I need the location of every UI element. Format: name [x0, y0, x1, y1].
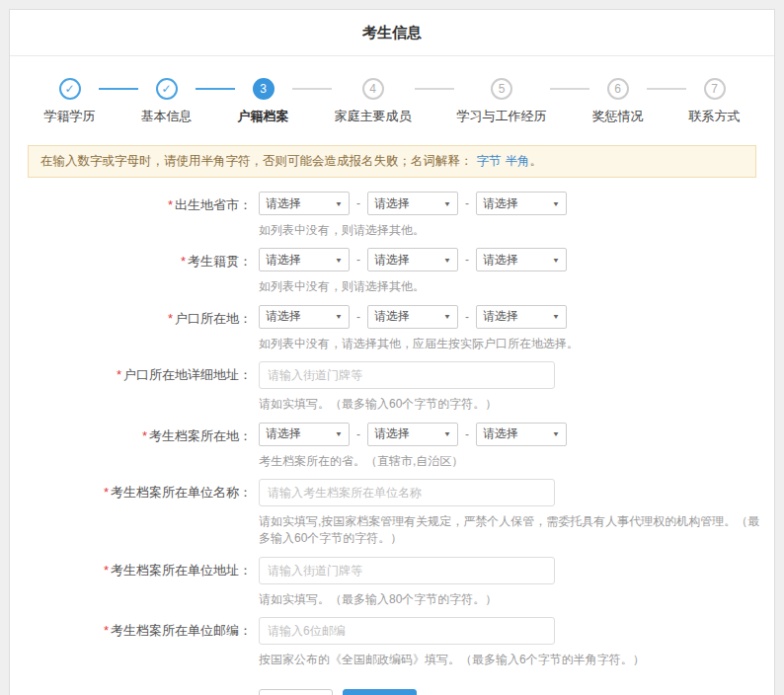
required-asterisk: * [104, 563, 109, 578]
chevron-down-icon: ▼ [443, 313, 451, 321]
chevron-down-icon: ▼ [443, 430, 451, 438]
required-asterisk: * [104, 623, 109, 638]
field-label: *考生档案所在单位地址： [10, 557, 252, 608]
step-number: 4 [362, 78, 384, 100]
form-row-hukou-location: *户口所在地： 请选择▼ - 请选择▼ - 请选择▼ 如列表中没有，请选择其他，… [10, 305, 774, 352]
native-district-select[interactable]: 请选择▼ [476, 248, 567, 271]
chevron-down-icon: ▼ [335, 199, 343, 207]
step-item-jiben[interactable]: ✓ 基本信息 [141, 78, 193, 125]
step-connector [647, 88, 686, 90]
step-connector [196, 88, 235, 90]
check-icon: ✓ [156, 78, 178, 100]
field-help: 考生档案所在的省。（直辖市,自治区） [259, 453, 760, 470]
separator-dash: - [465, 253, 469, 267]
separator-dash: - [356, 427, 360, 441]
form-row-hukou-address: *户口所在地详细地址： 请如实填写。（最多输入60个字节的字符。） [10, 361, 774, 413]
field-label: *考生籍贯： [10, 248, 252, 295]
hukou-province-select[interactable]: 请选择▼ [259, 305, 350, 329]
form-row-archive-unit-name: *考生档案所在单位名称： 请如实填写,按国家档案管理有关规定，严禁个人保管，需委… [10, 479, 774, 548]
form-row-archive-unit-address: *考生档案所在单位地址： 请如实填写。（最多输入80个字节的字符。） [10, 557, 774, 608]
step-label: 基本信息 [141, 108, 193, 125]
step-label: 奖惩情况 [592, 108, 644, 125]
separator-dash: - [356, 310, 360, 324]
archive-unit-zipcode-input[interactable] [259, 617, 555, 645]
step-item-huji[interactable]: 3 户籍档案 [238, 78, 289, 125]
native-city-select[interactable]: 请选择▼ [367, 248, 458, 271]
notice-suffix: 。 [530, 154, 543, 168]
archive-city-select[interactable]: 请选择▼ [367, 423, 458, 446]
link-halfwidth[interactable]: 半角 [506, 154, 530, 168]
step-item-lianxi[interactable]: 7 联系方式 [689, 78, 741, 125]
step-connector [292, 88, 332, 90]
hukou-city-select[interactable]: 请选择▼ [367, 305, 458, 329]
field-label: *户口所在地： [10, 305, 252, 352]
field-label: *户口所在地详细地址： [10, 361, 252, 413]
chevron-down-icon: ▼ [552, 256, 560, 264]
chevron-down-icon: ▼ [552, 199, 560, 207]
field-label: *考生档案所在单位邮编： [10, 617, 252, 668]
chevron-down-icon: ▼ [335, 256, 343, 264]
step-connector [415, 88, 454, 90]
form-row-archive-location: *考生档案所在地： 请选择▼ - 请选择▼ - 请选择▼ 考生档案所在的省。（直… [10, 423, 774, 470]
separator-dash: - [465, 310, 469, 324]
chevron-down-icon: ▼ [443, 256, 451, 264]
field-label: *考生档案所在单位名称： [10, 479, 252, 548]
step-label: 户籍档案 [238, 108, 289, 125]
notice-text: 在输入数字或字母时，请使用半角字符，否则可能会造成报名失败；名词解释： [40, 154, 473, 168]
step-item-xueji[interactable]: ✓ 学籍学历 [44, 78, 96, 125]
separator-dash: - [465, 427, 469, 441]
step-indicator: ✓ 学籍学历 ✓ 基本信息 3 户籍档案 4 家庭主要成员 5 学习与工作经历 … [10, 56, 774, 129]
field-help: 按国家公布的《全国邮政编码》填写。（最多输入6个字节的半角字符。） [259, 652, 760, 668]
prev-step-button[interactable]: 上一步 [259, 689, 333, 695]
candidate-form: *出生地省市： 请选择▼ - 请选择▼ - 请选择▼ 如列表中没有，则请选择其他… [10, 192, 774, 695]
step-number: 7 [704, 78, 726, 100]
separator-dash: - [356, 253, 360, 267]
next-step-button[interactable]: 下一步 [343, 689, 417, 695]
candidate-info-panel: 考生信息 ✓ 学籍学历 ✓ 基本信息 3 户籍档案 4 家庭主要成员 5 学习与… [9, 9, 775, 695]
page-title: 考生信息 [10, 10, 774, 56]
field-help: 如列表中没有，则请选择其他。 [259, 222, 760, 239]
archive-province-select[interactable]: 请选择▼ [259, 423, 350, 446]
step-label: 联系方式 [689, 108, 741, 125]
step-connector [99, 88, 138, 90]
step-number: 5 [491, 78, 512, 100]
form-row-archive-unit-zipcode: *考生档案所在单位邮编： 按国家公布的《全国邮政编码》填写。（最多输入6个字节的… [10, 617, 774, 668]
step-item-jiangcheng[interactable]: 6 奖惩情况 [592, 78, 644, 125]
link-byte[interactable]: 字节 [477, 154, 502, 168]
birthplace-province-select[interactable]: 请选择▼ [259, 192, 350, 215]
step-item-jingli[interactable]: 5 学习与工作经历 [457, 78, 547, 125]
form-actions: 上一步 下一步 [259, 689, 774, 695]
step-label: 学习与工作经历 [457, 108, 547, 125]
step-number: 3 [253, 78, 274, 100]
step-item-jiating[interactable]: 4 家庭主要成员 [335, 78, 412, 125]
archive-unit-name-input[interactable] [259, 479, 555, 506]
required-asterisk: * [168, 197, 173, 212]
step-connector [550, 88, 589, 90]
field-label: *考生档案所在地： [10, 423, 252, 470]
field-help: 如列表中没有，则请选择其他。 [259, 278, 760, 295]
required-asterisk: * [117, 367, 121, 382]
field-help: 请如实填写。（最多输入60个字节的字符。） [259, 396, 760, 413]
chevron-down-icon: ▼ [443, 199, 451, 207]
required-asterisk: * [142, 428, 147, 443]
hukou-district-select[interactable]: 请选择▼ [476, 305, 567, 329]
field-help: 请如实填写。（最多输入80个字节的字符。） [259, 591, 760, 608]
required-asterisk: * [168, 311, 173, 326]
check-icon: ✓ [59, 78, 81, 100]
archive-district-select[interactable]: 请选择▼ [476, 423, 567, 446]
chevron-down-icon: ▼ [552, 430, 560, 438]
notice-bar: 在输入数字或字母时，请使用半角字符，否则可能会造成报名失败；名词解释：字节半角。 [28, 145, 756, 178]
birthplace-district-select[interactable]: 请选择▼ [476, 192, 567, 215]
hukou-address-input[interactable] [259, 361, 555, 389]
step-label: 家庭主要成员 [335, 108, 412, 125]
required-asterisk: * [181, 254, 186, 269]
archive-unit-address-input[interactable] [259, 557, 555, 584]
birthplace-city-select[interactable]: 请选择▼ [367, 192, 458, 215]
required-asterisk: * [104, 485, 109, 500]
field-help: 如列表中没有，请选择其他，应届生按实际户口所在地选择。 [259, 336, 760, 352]
form-row-native-place: *考生籍贯： 请选择▼ - 请选择▼ - 请选择▼ 如列表中没有，则请选择其他。 [10, 248, 774, 295]
step-number: 6 [607, 78, 629, 100]
chevron-down-icon: ▼ [552, 313, 560, 321]
native-province-select[interactable]: 请选择▼ [259, 248, 350, 271]
chevron-down-icon: ▼ [335, 430, 343, 438]
